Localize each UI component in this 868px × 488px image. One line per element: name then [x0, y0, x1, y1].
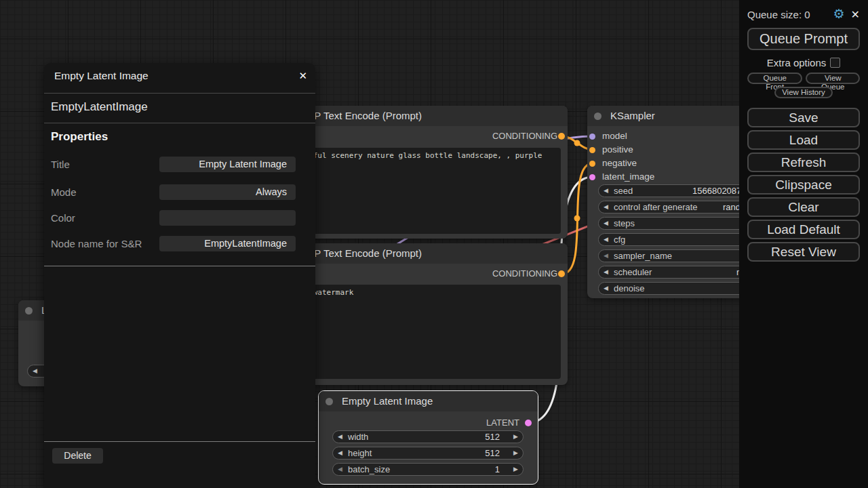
- node-properties-dialog: Empty Latent Image ✕ EmptyLatentImage Pr…: [44, 63, 315, 488]
- field-label: Node name for S&R: [51, 238, 142, 249]
- increment-arrow-icon[interactable]: ▶: [513, 464, 518, 475]
- conditioning-output-port[interactable]: [558, 270, 565, 277]
- collapse-dot-icon[interactable]: [326, 398, 333, 405]
- decrement-arrow-icon[interactable]: ◀: [33, 365, 37, 377]
- queue-prompt-button[interactable]: Queue Prompt: [747, 28, 860, 50]
- properties-heading: Properties: [51, 130, 108, 144]
- dialog-title: Empty Latent Image: [54, 70, 149, 82]
- extra-options-label: Extra options: [767, 57, 827, 68]
- mode-field[interactable]: Always: [159, 184, 296, 200]
- input-label: negative: [602, 157, 637, 170]
- positive-input-port[interactable]: [589, 147, 595, 153]
- color-field[interactable]: [159, 210, 296, 226]
- widget-value: 512: [485, 447, 500, 459]
- load-default-button[interactable]: Load Default: [747, 220, 860, 239]
- extra-options-checkbox[interactable]: [830, 58, 840, 68]
- divider: [44, 441, 315, 442]
- field-label: Mode: [51, 186, 77, 198]
- node-clip-text-encode-negative[interactable]: CLIP Text Encode (Prompt) CONDITIONING t…: [275, 243, 568, 385]
- node-title: CLIP Text Encode (Prompt): [298, 110, 422, 121]
- divider: [44, 123, 315, 123]
- latent-output-port[interactable]: [525, 420, 532, 426]
- delete-button[interactable]: Delete: [52, 448, 103, 464]
- prompt-textarea[interactable]: beautiful scenery nature glass bottle la…: [282, 148, 561, 234]
- collapse-dot-icon[interactable]: [594, 113, 601, 120]
- latent-image-input-port[interactable]: [589, 174, 595, 180]
- conditioning-output-port[interactable]: [558, 133, 565, 140]
- decrement-arrow-icon[interactable]: ◀: [604, 234, 608, 245]
- decrement-arrow-icon[interactable]: ◀: [604, 218, 608, 229]
- decrement-arrow-icon[interactable]: ◀: [338, 447, 342, 459]
- node-empty-latent-image[interactable]: Empty Latent Image LATENT ◀ width 512 ▶ …: [319, 391, 538, 484]
- increment-arrow-icon[interactable]: ▶: [513, 447, 518, 459]
- decrement-arrow-icon[interactable]: ◀: [338, 431, 342, 443]
- decrement-arrow-icon[interactable]: ◀: [604, 185, 608, 197]
- clear-button[interactable]: Clear: [747, 197, 860, 217]
- output-label: CONDITIONING: [492, 267, 557, 281]
- collapse-dot-icon[interactable]: [25, 307, 33, 314]
- decrement-arrow-icon[interactable]: ◀: [338, 464, 342, 475]
- decrement-arrow-icon[interactable]: ◀: [604, 266, 608, 278]
- save-button[interactable]: Save: [747, 108, 860, 127]
- model-input-port[interactable]: [589, 134, 595, 140]
- node-title: CLIP Text Encode (Prompt): [298, 247, 422, 259]
- queue-front-button[interactable]: Queue Front: [747, 73, 802, 84]
- prompt-textarea[interactable]: text, watermark: [282, 285, 561, 379]
- increment-arrow-icon[interactable]: ▶: [513, 431, 518, 443]
- widget-value: 512: [485, 431, 500, 443]
- title-field[interactable]: Empty Latent Image: [159, 157, 296, 172]
- input-label: positive: [602, 143, 633, 157]
- load-button[interactable]: Load: [747, 130, 860, 150]
- input-label: latent_image: [602, 170, 654, 184]
- comfy-menu: Queue size: 0 ⚙ ✕ Queue Prompt Extra opt…: [739, 0, 868, 488]
- decrement-arrow-icon[interactable]: ◀: [604, 250, 608, 262]
- node-title: Empty Latent Image: [342, 395, 433, 407]
- output-label: LATENT: [486, 416, 519, 430]
- input-label: model: [602, 129, 627, 143]
- reset-view-button[interactable]: Reset View: [747, 242, 860, 262]
- divider: [44, 266, 315, 266]
- close-icon[interactable]: ✕: [851, 8, 860, 21]
- width-widget[interactable]: ◀ width 512 ▶: [332, 430, 524, 443]
- view-queue-button[interactable]: View Queue: [806, 73, 860, 84]
- queue-size-label: Queue size: 0: [747, 9, 833, 20]
- output-label: CONDITIONING: [492, 129, 557, 143]
- field-label: Color: [51, 212, 75, 224]
- node-type-label: EmptyLatentImage: [51, 100, 148, 114]
- close-icon[interactable]: ✕: [298, 70, 307, 82]
- decrement-arrow-icon[interactable]: ◀: [604, 283, 608, 294]
- node-title: KSampler: [610, 110, 655, 121]
- field-label: Title: [51, 159, 70, 170]
- divider: [44, 93, 315, 94]
- refresh-button[interactable]: Refresh: [747, 152, 860, 172]
- node-clip-text-encode-positive[interactable]: CLIP Text Encode (Prompt) CONDITIONING b…: [275, 106, 568, 239]
- clipspace-button[interactable]: Clipspace: [747, 175, 860, 195]
- height-widget[interactable]: ◀ height 512 ▶: [332, 447, 524, 460]
- widget-value: 1566802087: [692, 185, 741, 197]
- batch-size-widget[interactable]: ◀ batch_size 1 ▶: [332, 463, 524, 476]
- decrement-arrow-icon[interactable]: ◀: [604, 201, 608, 213]
- gear-icon[interactable]: ⚙: [833, 7, 845, 21]
- widget-value: 1: [495, 464, 500, 475]
- negative-input-port[interactable]: [589, 161, 595, 167]
- view-history-button[interactable]: View History: [774, 87, 833, 98]
- node-name-snr-field[interactable]: EmptyLatentImage: [159, 236, 296, 251]
